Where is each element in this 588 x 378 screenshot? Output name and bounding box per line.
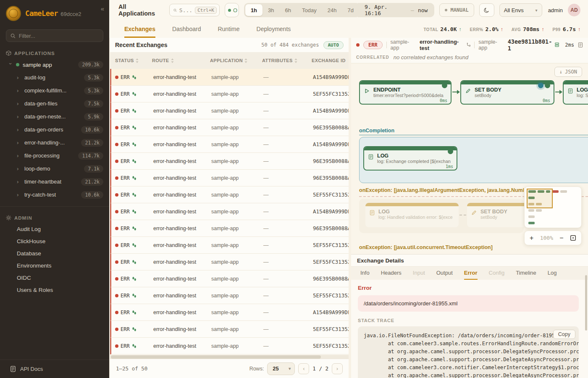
scrollbar-thumb[interactable] [111,355,321,359]
rows-per-page-select[interactable]: 25 ▾ [267,362,295,375]
sidebar-admin-item[interactable]: OIDC [0,272,109,284]
prev-page-button[interactable]: ‹ [298,363,309,374]
live-toggle-button[interactable]: O [225,3,239,17]
sidebar-route-item[interactable]: › timer-heartbeat 21.2k [0,175,109,188]
sidebar-route-item[interactable]: › data-gen-files 7.5k [0,97,109,110]
date-range-picker[interactable]: 9. Apr. 16:16 — now [358,3,435,17]
time-range-button[interactable]: 3h [262,4,279,16]
vertical-scrollbar[interactable] [585,275,587,331]
manual-refresh-button[interactable]: MANUAL [439,3,474,17]
table-row[interactable]: ERR error-handling-test sample-app — 5EF… [110,186,349,203]
download-json-button[interactable]: ↓ JSON [554,67,582,77]
env-select[interactable]: All Envs ▾ [499,3,542,17]
time-range-button[interactable]: 7d [342,4,359,16]
table-row[interactable]: ERR error-handling-test sample-app — 96E… [110,220,349,237]
count-badge: 5.3k [84,87,103,94]
detail-exchange-id[interactable]: 43ee9811b801-1 [508,38,560,52]
minimap-viewport[interactable] [527,189,553,208]
application-cell: sample-app [206,242,258,248]
sidebar-route-item[interactable]: › audit-log 5.3k [0,71,109,84]
flow-minimap[interactable] [524,186,582,228]
sidebar-item-api-docs[interactable]: API Docs [0,360,109,378]
sidebar-route-item[interactable]: › loop-demo 7.1k [0,162,109,175]
detail-route[interactable]: error-handling-test [420,39,470,51]
flow-node-endpoint[interactable]: ENDPOINT timer:errorTest?period=5000&del… [359,80,452,105]
horizontal-scrollbar[interactable] [110,355,349,359]
column-header-status[interactable]: STATUS [110,58,147,63]
table-row[interactable]: ERR error-handling-test sample-app — 96E… [110,153,349,170]
fit-view-button[interactable] [570,235,576,241]
search-input[interactable]: S... Ctrl+K [169,4,220,16]
details-tab[interactable]: Timeline [516,267,536,280]
sidebar-route-item[interactable]: › file-processing 114.7k [0,149,109,162]
column-header-exchange-id[interactable]: EXCHANGE ID [307,58,349,63]
zoom-in-button[interactable]: + [530,235,533,242]
sidebar-collapse-button[interactable]: « [101,5,104,12]
attributes-cell: — [258,91,308,97]
sidebar-route-item[interactable]: › data-gen-neste... 5.9k [0,110,109,123]
column-header-route[interactable]: ROUTE [147,58,205,63]
time-range-button[interactable]: Today [297,4,322,16]
details-tab[interactable]: Config [489,267,505,280]
sidebar-item-sample-app[interactable]: › sample app 209.3k [0,58,109,71]
table-row[interactable]: ERR error-handling-test sample-app — A15… [110,102,349,119]
avatar[interactable]: AD [568,4,580,16]
table-row[interactable]: ERR error-handling-test sample-app — A15… [110,136,349,153]
details-tab[interactable]: Input [413,267,425,280]
table-row[interactable]: ERR error-handling-test sample-app — 5EF… [110,237,349,254]
footprints-icon [132,125,136,130]
main-tab[interactable]: Runtime [218,20,239,38]
flow-node-exception-log[interactable]: LOG log: Handled validation error: ${exc… [365,203,459,227]
sidebar-admin-item[interactable]: ClickHouse [0,235,109,247]
table-row[interactable]: ERR error-handling-test sample-app — 96E… [110,270,349,287]
sidebar-filter[interactable] [6,29,103,42]
auto-refresh-badge[interactable]: AUTO [323,41,344,49]
footprints-icon [132,192,136,197]
details-tab[interactable]: Output [436,267,453,280]
flow-node-log[interactable]: LOG log: Sta [563,80,588,105]
status-cell: ERR [111,125,148,131]
sidebar-admin-item[interactable]: Audit Log [0,223,109,235]
table-row[interactable]: ERR error-handling-test sample-app — 5EF… [110,321,349,338]
details-tab[interactable]: Log [548,267,557,280]
copy-button[interactable]: Copy [553,330,575,339]
table-row[interactable]: ERR error-handling-test sample-app — 5EF… [110,86,349,102]
table-row[interactable]: ERR error-handling-test sample-app — 96E… [110,170,349,186]
sidebar-route-item[interactable]: › error-handling-... 21.2k [0,136,109,149]
route-flow-canvas[interactable]: ↓ JSON ENDPOINT timer:errorTest?period=5… [351,63,588,254]
sidebar-route-item[interactable]: › try-catch-test 10.6k [0,188,109,201]
sidebar-admin-item[interactable]: Environments [0,260,109,272]
flow-node-completion-log[interactable]: LOG log: Exchange completed [${exchan 1m… [363,146,457,171]
sidebar-admin-item[interactable]: Database [0,247,109,260]
time-range-button[interactable]: 6h [280,4,297,16]
next-page-button[interactable]: › [332,363,343,374]
column-header-attributes[interactable]: ATTRIBUTES [257,58,307,63]
table-row[interactable]: ERR error-handling-test sample-app — A15… [110,304,349,321]
column-header-application[interactable]: APPLICATION [205,58,257,63]
main-tab[interactable]: Exchanges [124,20,155,38]
count-badge: 5.9k [84,113,103,121]
exchange-id-cell: 5EF55FC31352 [308,259,349,265]
theme-toggle-button[interactable] [479,3,494,17]
table-row[interactable]: ERR error-handling-test sample-app — A15… [110,203,349,220]
sidebar-route-item[interactable]: › data-gen-orders 10.6k [0,123,109,136]
main-tab[interactable]: Deployments [257,20,291,38]
details-tab[interactable]: Info [360,267,370,280]
time-range-button[interactable]: 1h [245,4,262,16]
sidebar-admin-item[interactable]: Users & Roles [0,284,109,296]
details-tab[interactable]: Headers [381,267,402,280]
table-row[interactable]: ERR error-handling-test sample-app — 96E… [110,119,349,136]
flow-node-setbody[interactable]: SET BODY setBody 0ms [460,80,554,105]
details-tab[interactable]: Error [464,267,478,280]
filter-input[interactable] [19,33,99,39]
main-tab[interactable]: Dashboard [172,20,201,38]
table-row[interactable]: ERR error-handling-test sample-app — 5EF… [110,287,349,304]
table-row[interactable]: ERR error-handling-test sample-app — 5EF… [110,338,349,354]
zoom-out-button[interactable]: − [559,235,563,242]
sidebar-route-item[interactable]: › complex-fulfillm... 5.3k [0,84,109,97]
table-row[interactable]: ERR error-handling-test sample-app — 5EF… [110,254,349,270]
minimap-node-bar [528,209,534,212]
table-row[interactable]: ERR error-handling-test sample-app — A15… [110,69,349,86]
time-range-button[interactable]: 24h [322,4,342,16]
document-icon[interactable] [578,42,583,48]
